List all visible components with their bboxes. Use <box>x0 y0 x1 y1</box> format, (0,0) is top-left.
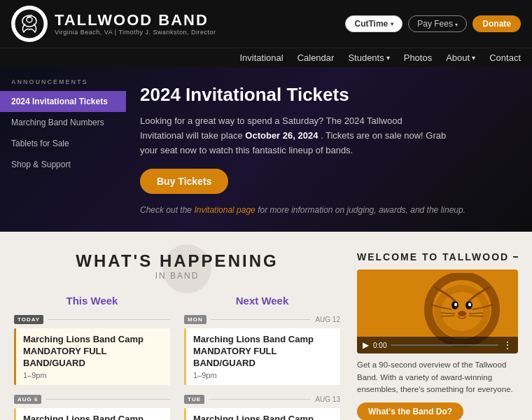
logo-circle <box>11 6 48 42</box>
video-controls: ▶ 0:00 ⋮ <box>357 337 518 354</box>
weeks-row: This Week TODAY Marching Lions Band Camp… <box>14 295 340 420</box>
this-week-col: This Week TODAY Marching Lions Band Camp… <box>14 295 170 420</box>
event-today-time: 1–9pm <box>23 371 163 379</box>
event-today: TODAY Marching Lions Band Camp MANDATORY… <box>14 315 170 385</box>
event-today-name: Marching Lions Band Camp MANDATORY FULL … <box>23 334 163 370</box>
welcome-heading: WELCOME TO TALLWOOD <box>357 251 518 262</box>
event-aug6: AUG 6 Marching Lions Band Camp MANDATORY… <box>14 395 170 420</box>
today-badge: TODAY <box>14 315 43 324</box>
video-menu-icon[interactable]: ⋮ <box>503 340 512 351</box>
welcome-col: WELCOME TO TALLWOOD <box>357 251 518 420</box>
main-nav: Invitational Calendar Students Photos Ab… <box>0 48 532 67</box>
hero-body: Looking for a great way to spend a Satur… <box>140 114 448 158</box>
sidebar-marching-band[interactable]: Marching Band Numbers <box>0 112 126 133</box>
sidebar-tablets[interactable]: Tablets for Sale <box>0 133 126 154</box>
event-today-header: TODAY <box>14 315 170 324</box>
event-aug12-time: 1–9pm <box>193 371 333 379</box>
event-aug13-header: TUE AUG 13 <box>184 395 340 404</box>
video-time: 0:00 <box>373 342 386 349</box>
payfees-chevron-icon: ▾ <box>455 22 458 28</box>
hero-link-line: Check out the Invitational page for more… <box>140 205 515 215</box>
event-aug12-header: MON AUG 12 <box>184 315 340 324</box>
payfees-button[interactable]: Pay Fees ▾ <box>408 15 467 32</box>
section-heading: WHAT'S HAPPENING <box>14 251 340 271</box>
find-out-button[interactable]: What's the Band Do? <box>357 402 463 420</box>
event-aug13: TUE AUG 13 Marching Lions Band Camp MAND… <box>184 395 340 420</box>
video-progress-bar[interactable] <box>391 344 498 346</box>
event-line <box>48 319 170 320</box>
next-week-title: Next Week <box>184 295 340 307</box>
event-aug13-card: Marching Lions Band Camp MANDATORY FULL … <box>184 408 340 420</box>
welcome-body: Get a 90-second overview of the Tallwood… <box>357 359 518 396</box>
sidebar-shop[interactable]: Shop & Support <box>0 154 126 175</box>
event-aug12-name: Marching Lions Band Camp MANDATORY FULL … <box>193 334 333 370</box>
svg-point-8 <box>454 303 457 307</box>
event-aug6-header: AUG 6 <box>14 395 170 404</box>
event-aug6-name: Marching Lions Band Camp MANDATORY FULL … <box>23 414 163 420</box>
logo-icon <box>14 8 45 39</box>
sidebar-invitational-tickets[interactable]: 2024 Invitational Tickets <box>0 91 126 112</box>
event-aug12-card: Marching Lions Band Camp MANDATORY FULL … <box>184 328 340 385</box>
event-line <box>209 399 311 400</box>
cuttime-button[interactable]: CutTime ▾ <box>345 15 402 32</box>
video-thumbnail[interactable]: ▶ 0:00 ⋮ <box>357 270 518 354</box>
aug12-date: AUG 12 <box>315 316 340 323</box>
event-aug12: MON AUG 12 Marching Lions Band Camp MAND… <box>184 315 340 385</box>
buy-tickets-button[interactable]: Buy Tickets <box>140 169 228 194</box>
this-week-title: This Week <box>14 295 170 307</box>
header: TALLWOOD BAND Virginia Beach, VA | Timot… <box>0 0 532 48</box>
nav-about[interactable]: About <box>446 52 475 63</box>
nav-students[interactable]: Students <box>348 52 389 63</box>
nav-invitational[interactable]: Invitational <box>239 52 283 63</box>
section-subheading: IN BAND <box>14 271 340 281</box>
nav-calendar[interactable]: Calendar <box>298 52 335 63</box>
hero-section: ANNOUNCEMENTS 2024 Invitational Tickets … <box>0 67 532 232</box>
play-button[interactable]: ▶ <box>363 340 369 350</box>
lion-icon <box>399 273 511 346</box>
announcements-label: ANNOUNCEMENTS <box>0 76 126 91</box>
site-title: TALLWOOD BAND <box>55 12 216 29</box>
event-aug13-name: Marching Lions Band Camp MANDATORY FULL … <box>193 414 333 420</box>
main-content: WHAT'S HAPPENING IN BAND This Week TODAY… <box>0 232 532 420</box>
event-line <box>46 399 170 400</box>
site-title-area: TALLWOOD BAND Virginia Beach, VA | Timot… <box>55 12 216 36</box>
nav-contact[interactable]: Contact <box>489 52 521 63</box>
event-today-card: Marching Lions Band Camp MANDATORY FULL … <box>14 328 170 385</box>
next-week-col: Next Week MON AUG 12 Marching Lions Band… <box>184 295 340 420</box>
event-line <box>211 319 312 320</box>
svg-point-0 <box>15 9 44 38</box>
site-subtitle: Virginia Beach, VA | Timothy J. Swanksto… <box>55 29 216 36</box>
aug13-date: AUG 13 <box>315 396 340 403</box>
logo-area: TALLWOOD BAND Virginia Beach, VA | Timot… <box>11 6 216 42</box>
hero-title: 2024 Invitational Tickets <box>140 84 515 106</box>
hero-main: 2024 Invitational Tickets Looking for a … <box>126 67 532 232</box>
invitational-page-link[interactable]: Invitational page <box>194 205 255 215</box>
section-title-area: WHAT'S HAPPENING IN BAND <box>14 251 340 281</box>
cuttime-chevron-icon: ▾ <box>391 21 393 27</box>
hero-sidebar: ANNOUNCEMENTS 2024 Invitational Tickets … <box>0 67 126 232</box>
header-actions: CutTime ▾ Pay Fees ▾ Donate <box>345 15 521 32</box>
svg-point-9 <box>468 303 471 307</box>
whats-happening-section: WHAT'S HAPPENING IN BAND This Week TODAY… <box>14 251 340 420</box>
event-aug6-card: Marching Lions Band Camp MANDATORY FULL … <box>14 408 170 420</box>
donate-button[interactable]: Donate <box>472 15 521 32</box>
mon-badge: MON <box>184 315 206 324</box>
tue-badge: TUE <box>184 395 204 404</box>
svg-point-10 <box>458 311 466 316</box>
aug6-badge: AUG 6 <box>14 395 41 404</box>
nav-photos[interactable]: Photos <box>404 52 432 63</box>
